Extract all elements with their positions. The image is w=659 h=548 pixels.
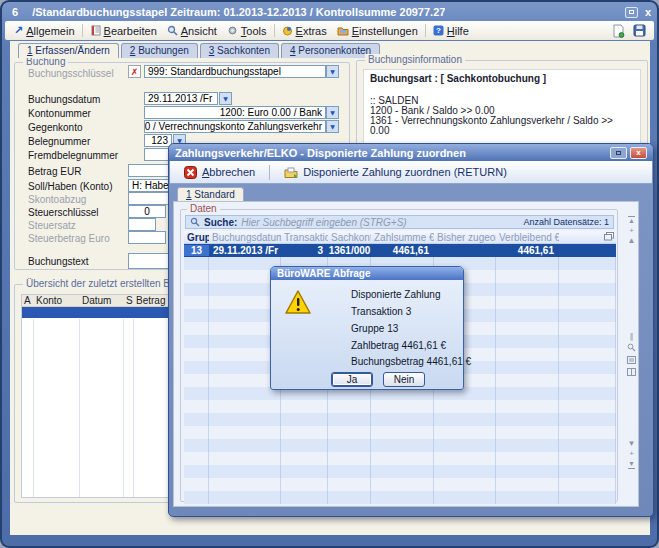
help-icon: ? <box>433 25 444 36</box>
soll-haben-select[interactable]: H: Haben <box>128 179 172 192</box>
no-button[interactable]: Nein <box>383 372 425 387</box>
new-document-icon[interactable] <box>612 24 625 38</box>
col-datum[interactable]: Datum <box>80 295 124 306</box>
steuerbetrag-input[interactable] <box>128 231 166 244</box>
col-s[interactable]: S <box>124 295 134 306</box>
warning-icon <box>284 289 312 315</box>
gear-icon <box>227 25 238 36</box>
col-bisher-zugeordnet[interactable]: Bisher zugeordnet <box>434 232 496 243</box>
scroll-down-icon[interactable]: ▼ <box>624 440 639 448</box>
grid-row[interactable] <box>184 400 616 413</box>
col-zahlsumme[interactable]: Zahlsumme € <box>371 232 434 243</box>
msgbox-line: Gruppe 13 <box>351 323 398 334</box>
cell-buchungsdatum: 29.11.2013 /Fr <box>209 245 281 256</box>
scroll-plus2-icon[interactable]: + <box>624 450 639 458</box>
search-icon <box>190 217 200 227</box>
skontoabzug-input[interactable] <box>128 192 172 205</box>
scroll-top-icon[interactable]: ▲ <box>628 216 635 225</box>
menu-hilfe[interactable]: ? Hilfe <box>428 24 474 38</box>
restore-icon[interactable] <box>625 7 638 18</box>
col-sachkonto[interactable]: Sachkonto <box>328 232 371 243</box>
scroll-up-icon[interactable]: ▲ <box>624 237 639 245</box>
grid-selected-row[interactable]: 13 29.11.2013 /Fr 3 1361/000 4461,61 446… <box>184 244 616 257</box>
menu-tools[interactable]: Tools <box>222 24 272 38</box>
search-placeholder: Hier Suchbegriff eingeben (STRG+S) <box>241 217 406 228</box>
grid-scroll-strip: ▲ + ▲ ∥ ▼ + ▼ <box>624 214 639 502</box>
tab-sachkonten[interactable]: 3 Sachkonten <box>200 43 279 58</box>
col-verbleibend[interactable]: Verbleibend € <box>496 232 559 243</box>
dropdown-icon[interactable]: ▼ <box>326 120 339 133</box>
zoom-icon[interactable] <box>624 343 639 354</box>
menu-label: Einstellungen <box>352 25 418 37</box>
menu-label: Hilfe <box>447 25 469 37</box>
grid-row[interactable] <box>184 413 616 426</box>
dropdown-icon[interactable]: ▼ <box>326 65 339 78</box>
dialog-close-icon[interactable]: x <box>630 147 647 159</box>
msgbox-line: Transaktion 3 <box>351 306 411 317</box>
menu-ansicht[interactable]: Ansicht <box>162 24 222 38</box>
group-daten-title: Daten <box>187 203 220 214</box>
dialog-restore-icon[interactable] <box>610 147 627 159</box>
label-steuersatz: Steuersatz <box>28 220 76 231</box>
grid-row[interactable] <box>184 439 616 452</box>
grid-row[interactable] <box>184 452 616 465</box>
label-buchungsdatum: Buchungsdatum <box>28 94 100 105</box>
spinner-icon[interactable]: ▼ <box>219 92 232 105</box>
assign-icon <box>284 166 298 179</box>
label-fremdbelegnummer: Fremdbelegnummer <box>28 150 118 161</box>
cancel-button[interactable]: Abbrechen <box>180 165 259 180</box>
assign-button[interactable]: Disponierte Zahlung zuordnen (RETURN) <box>280 165 511 180</box>
kontonummer-select[interactable]: 1200: Euro 0.00 / Bank <box>144 106 326 119</box>
buroware-window: 6 /Standardbuchungsstapel Zeitraum: 01.2… <box>0 0 659 548</box>
label-skontoabzug: Skontoabzug <box>28 194 86 205</box>
msgbox-titlebar: BüroWARE Abfrage <box>271 267 463 280</box>
list2-icon[interactable] <box>624 368 639 378</box>
msgbox-line: Disponierte Zahlung <box>351 289 441 300</box>
notebook-icon <box>90 25 101 36</box>
cell-zahlsumme: 4461,61 <box>371 245 434 256</box>
gegenkonto-select[interactable]: 1361: Euro 0.00 / Verrechnungskonto Zahl… <box>144 120 326 133</box>
menu-allgemein[interactable]: ↗ Allgemein <box>9 23 80 38</box>
col-konto[interactable]: Konto <box>34 295 80 306</box>
cancel-label: Abbrechen <box>202 166 255 178</box>
menu-label: Tools <box>241 25 267 37</box>
dialog-title: Zahlungsverkehr/ELKO - Disponierte Zahlu… <box>175 147 466 159</box>
yes-button[interactable]: Ja <box>331 372 373 387</box>
copy-icon[interactable] <box>559 232 616 243</box>
menu-separator <box>274 24 275 37</box>
buchungsdatum-input[interactable]: 29.11.2013 /Fr <box>144 92 218 105</box>
list-icon[interactable] <box>624 356 639 366</box>
menu-extras[interactable]: Extras <box>277 24 332 38</box>
buchungsart-line: Buchungsart : [ Sachkontobuchung ] <box>370 74 634 84</box>
clear-icon[interactable]: ✗ <box>128 65 141 78</box>
extras-icon <box>282 25 293 36</box>
scroll-plus-icon[interactable]: + <box>624 227 639 235</box>
scroll-bottom-icon[interactable]: ▼ <box>628 460 635 469</box>
steuersatz-input[interactable] <box>128 218 156 231</box>
col-a[interactable]: A <box>22 295 34 306</box>
tab-buchungen[interactable]: 2 Buchungen <box>121 43 198 58</box>
dialog-tab-standard[interactable]: 1 Standard <box>177 187 244 201</box>
menu-bearbeiten[interactable]: Bearbeiten <box>85 24 162 38</box>
grid-row[interactable] <box>184 478 616 491</box>
buchungsschluessel-select[interactable]: 999: Standardbuchungsstapel <box>144 65 326 78</box>
save-icon[interactable] <box>633 24 646 37</box>
label-gegenkonto: Gegenkonto <box>28 122 83 133</box>
menu-label: Bearbeiten <box>104 25 157 37</box>
col-transaktion[interactable]: Transaktion <box>281 232 328 243</box>
dialog-titlebar: Zahlungsverkehr/ELKO - Disponierte Zahlu… <box>169 144 653 161</box>
col-gruppe[interactable]: Gruppe <box>184 232 209 243</box>
close-icon[interactable]: x <box>643 7 653 18</box>
menu-einstellungen[interactable]: Einstellungen <box>332 24 423 38</box>
grid-row[interactable] <box>184 491 616 504</box>
steuerschluessel-input[interactable]: 0 <box>128 205 166 218</box>
cell-gruppe: 13 <box>184 245 209 256</box>
dropdown-icon[interactable]: ▼ <box>326 106 339 119</box>
tab-erfassen-aendern[interactable]: 1 Erfassen/Ändern <box>18 43 119 58</box>
grid-row[interactable] <box>184 465 616 478</box>
pause-icon[interactable]: ∥ <box>624 333 639 341</box>
col-buchungsdatum[interactable]: Buchungsdatum <box>209 232 281 243</box>
label-buchungstext: Buchungstext <box>28 256 89 267</box>
search-bar[interactable]: Suche: Hier Suchbegriff eingeben (STRG+S… <box>185 215 614 229</box>
grid-row[interactable] <box>184 426 616 439</box>
